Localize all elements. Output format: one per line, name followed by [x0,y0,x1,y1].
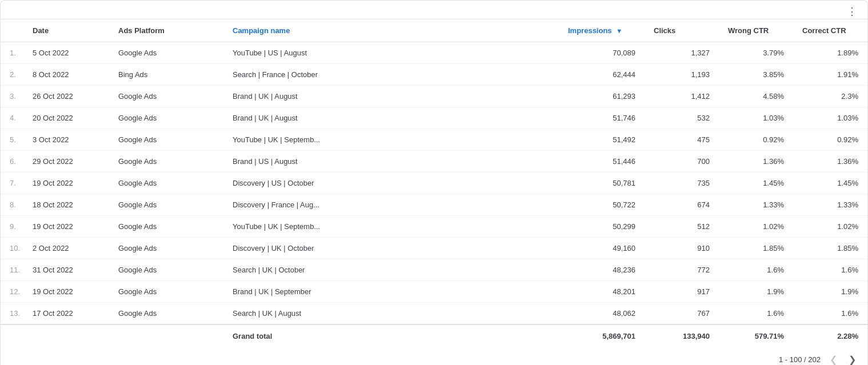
row-date: 26 Oct 2022 [23,86,109,107]
row-wrong-ctr: 1.33% [719,194,793,216]
row-impressions: 50,299 [559,216,645,238]
row-platform: Google Ads [109,238,223,259]
row-platform: Google Ads [109,151,223,173]
row-correct-ctr: 1.9% [793,281,867,303]
grand-total-row: Grand total 5,869,701 133,940 579.71% 2.… [1,324,867,347]
grand-total-impressions: 5,869,701 [559,324,645,347]
row-wrong-ctr: 4.58% [719,86,793,107]
row-date: 8 Oct 2022 [23,64,109,86]
row-campaign: Brand | UK | August [223,86,559,107]
grand-total-wrong-ctr: 579.71% [719,324,793,347]
row-platform: Bing Ads [109,64,223,86]
row-wrong-ctr: 1.36% [719,151,793,173]
more-options-icon[interactable]: ⋮ [843,4,861,19]
grand-total-correct-ctr: 2.28% [793,324,867,347]
row-num: 5. [1,129,23,151]
row-impressions: 48,236 [559,259,645,281]
table-row: 6.29 Oct 2022Google AdsBrand | US | Augu… [1,151,867,173]
table-row: 3.26 Oct 2022Google AdsBrand | UK | Augu… [1,86,867,107]
row-num: 9. [1,216,23,238]
row-platform: Google Ads [109,303,223,325]
row-wrong-ctr: 3.79% [719,42,793,64]
row-date: 19 Oct 2022 [23,281,109,303]
pagination-prev-button[interactable]: ❮ [827,353,839,365]
row-num: 12. [1,281,23,303]
row-correct-ctr: 1.33% [793,194,867,216]
pagination-info: 1 - 100 / 202 [779,355,821,364]
row-clicks: 767 [645,303,719,325]
table-row: 7.19 Oct 2022Google AdsDiscovery | US | … [1,173,867,194]
row-platform: Google Ads [109,173,223,194]
table-row: 11.31 Oct 2022Google AdsSearch | UK | Oc… [1,259,867,281]
row-correct-ctr: 1.85% [793,238,867,259]
row-date: 29 Oct 2022 [23,151,109,173]
row-date: 5 Oct 2022 [23,42,109,64]
row-correct-ctr: 2.3% [793,86,867,107]
row-num: 10. [1,238,23,259]
row-clicks: 700 [645,151,719,173]
pagination-next-button[interactable]: ❯ [846,353,858,365]
row-wrong-ctr: 1.03% [719,107,793,129]
grand-total-date-cell [23,324,109,347]
row-campaign: Discovery | UK | October [223,238,559,259]
row-impressions: 50,722 [559,194,645,216]
table-row: 5.3 Oct 2022Google AdsYouTube | UK | Sep… [1,129,867,151]
row-correct-ctr: 1.45% [793,173,867,194]
row-correct-ctr: 1.6% [793,259,867,281]
row-date: 2 Oct 2022 [23,238,109,259]
table-row: 10.2 Oct 2022Google AdsDiscovery | UK | … [1,238,867,259]
row-wrong-ctr: 1.02% [719,216,793,238]
row-campaign: Discovery | France | Aug... [223,194,559,216]
row-date: 19 Oct 2022 [23,173,109,194]
top-bar: ⋮ [1,1,867,19]
row-impressions: 51,746 [559,107,645,129]
col-header-campaign[interactable]: Campaign name [223,19,559,42]
col-header-correct-ctr[interactable]: Correct CTR [793,19,867,42]
row-platform: Google Ads [109,216,223,238]
row-wrong-ctr: 1.6% [719,259,793,281]
row-date: 31 Oct 2022 [23,259,109,281]
grand-total-label: Grand total [223,324,559,347]
col-header-date[interactable]: Date [23,19,109,42]
row-clicks: 674 [645,194,719,216]
col-header-wrong-ctr[interactable]: Wrong CTR [719,19,793,42]
row-campaign: YouTube | US | August [223,42,559,64]
row-platform: Google Ads [109,281,223,303]
row-date: 17 Oct 2022 [23,303,109,325]
row-clicks: 475 [645,129,719,151]
row-campaign: Search | France | October [223,64,559,86]
table-row: 8.18 Oct 2022Google AdsDiscovery | Franc… [1,194,867,216]
row-wrong-ctr: 3.85% [719,64,793,86]
col-header-impressions[interactable]: Impressions ▼ [559,19,645,42]
row-correct-ctr: 1.6% [793,303,867,325]
row-correct-ctr: 1.36% [793,151,867,173]
row-date: 18 Oct 2022 [23,194,109,216]
row-clicks: 512 [645,216,719,238]
row-date: 19 Oct 2022 [23,216,109,238]
row-wrong-ctr: 1.45% [719,173,793,194]
row-platform: Google Ads [109,259,223,281]
row-wrong-ctr: 1.6% [719,303,793,325]
table-row: 4.20 Oct 2022Google AdsBrand | UK | Augu… [1,107,867,129]
row-impressions: 50,781 [559,173,645,194]
col-header-clicks[interactable]: Clicks [645,19,719,42]
row-wrong-ctr: 1.85% [719,238,793,259]
pagination-row: 1 - 100 / 202 ❮ ❯ [1,347,867,365]
table-header-row: Date Ads Platform Campaign name Impressi… [1,19,867,42]
table-row: 2.8 Oct 2022Bing AdsSearch | France | Oc… [1,64,867,86]
table-body: 1.5 Oct 2022Google AdsYouTube | US | Aug… [1,42,867,325]
table-row: 13.17 Oct 2022Google AdsSearch | UK | Au… [1,303,867,325]
row-clicks: 1,193 [645,64,719,86]
row-correct-ctr: 1.89% [793,42,867,64]
row-platform: Google Ads [109,194,223,216]
row-num: 11. [1,259,23,281]
row-impressions: 51,446 [559,151,645,173]
row-impressions: 49,160 [559,238,645,259]
row-impressions: 61,293 [559,86,645,107]
row-date: 20 Oct 2022 [23,107,109,129]
row-num: 8. [1,194,23,216]
row-campaign: Brand | UK | August [223,107,559,129]
row-num: 6. [1,151,23,173]
row-campaign: YouTube | UK | Septemb... [223,129,559,151]
col-header-platform[interactable]: Ads Platform [109,19,223,42]
